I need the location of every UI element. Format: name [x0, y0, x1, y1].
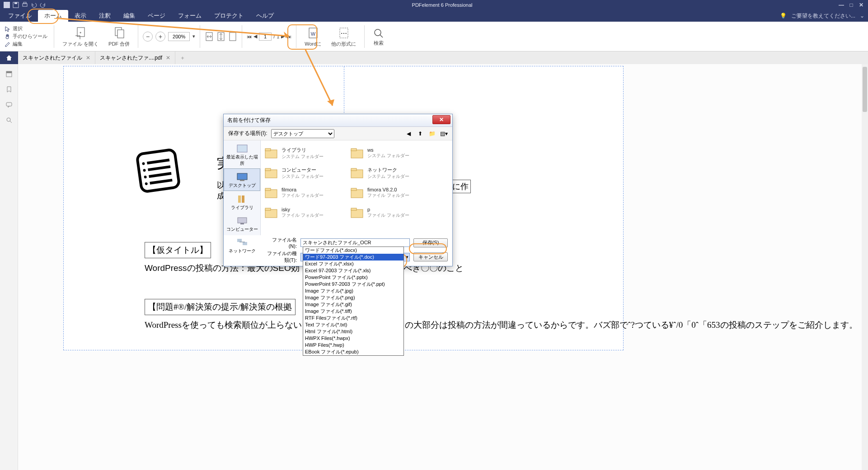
file-item[interactable]: ネットワークシステム フォルダー: [349, 163, 435, 183]
next-page-button[interactable]: ▶: [281, 33, 285, 39]
fit-height-icon[interactable]: [216, 31, 225, 42]
tool-select[interactable]: 選択: [5, 25, 47, 32]
bookmark-icon[interactable]: [5, 86, 13, 93]
svg-rect-41: [237, 239, 242, 242]
save-button[interactable]: 保存(S): [413, 238, 448, 247]
back-icon[interactable]: ◀: [404, 130, 413, 138]
filetype-option[interactable]: Html ファイル(*.html): [303, 328, 404, 335]
save-in-select[interactable]: デスクトップ: [271, 129, 335, 138]
zoom-input[interactable]: [168, 32, 190, 41]
chevron-down-icon[interactable]: ⌄: [860, 13, 864, 19]
print-icon[interactable]: [22, 2, 28, 8]
search-icon[interactable]: [5, 116, 13, 124]
menu-file[interactable]: ファイル: [2, 10, 38, 22]
menu-view[interactable]: 表示: [68, 10, 93, 22]
thumbnails-icon[interactable]: [5, 70, 13, 78]
scrollbar[interactable]: [862, 64, 868, 470]
last-page-button[interactable]: ⏭: [286, 34, 291, 39]
minimize-button[interactable]: —: [837, 2, 845, 8]
filetype-option[interactable]: ワードファイル(*.docx): [303, 247, 404, 254]
filetype-option[interactable]: Image ファイル(*.tiff): [303, 308, 404, 315]
file-item[interactable]: pファイル フォルダー: [349, 203, 435, 223]
maximize-button[interactable]: □: [847, 2, 855, 8]
filetype-option[interactable]: EBook ファイル(*.epub): [303, 349, 404, 355]
to-other-button[interactable]: ⋯ 他の形式に: [328, 26, 360, 47]
svg-point-28: [142, 162, 145, 165]
fit-page-icon[interactable]: [228, 31, 237, 42]
close-icon[interactable]: ✕: [166, 55, 170, 61]
filetype-option[interactable]: Excel ファイル(*.xlsx): [303, 261, 404, 267]
tool-edit[interactable]: 編集: [5, 41, 47, 47]
prev-page-button[interactable]: ◀: [253, 33, 257, 39]
menu-page[interactable]: ページ: [141, 10, 172, 22]
side-panel: [0, 64, 18, 470]
pdf-merge-button[interactable]: PDF 合併: [105, 26, 133, 47]
filetype-option[interactable]: PowerPoint 97-2003 ファイル(*.ppt): [303, 281, 404, 288]
file-item[interactable]: wsシステム フォルダー: [349, 143, 435, 163]
file-item[interactable]: コンピューターシステム フォルダー: [263, 163, 349, 183]
filetype-dropdown[interactable]: ワードファイル(*.docx)ワード97-2003 ファイル(*.doc)Exc…: [303, 247, 404, 356]
filetype-option[interactable]: HWPX Files(*.hwpx): [303, 335, 404, 342]
cancel-button[interactable]: キャンセル: [413, 252, 448, 261]
open-file-button[interactable]: + ファイル を開く: [59, 26, 102, 47]
filetype-option[interactable]: Image ファイル(*.jpg): [303, 288, 404, 294]
search-button[interactable]: 検索: [369, 27, 388, 47]
file-item[interactable]: filmoraファイル フォルダー: [263, 183, 349, 203]
filetype-option[interactable]: HWP Files(*.hwp): [303, 342, 404, 349]
menu-help[interactable]: ヘルプ: [250, 10, 280, 22]
menu-edit[interactable]: 編集: [117, 10, 141, 22]
svg-point-30: [144, 176, 147, 179]
file-list[interactable]: ライブラリシステム フォルダーwsシステム フォルダーコンピューターシステム フ…: [261, 140, 452, 235]
file-item[interactable]: fimora V8.2.0ファイル フォルダー: [349, 183, 435, 203]
tool-hand[interactable]: 手のひらツール: [5, 33, 47, 40]
view-icon[interactable]: ▤▾: [440, 130, 448, 138]
new-tab-button[interactable]: ＋: [175, 54, 190, 62]
doc-para: WordPressを使っても検索順位が上らない、、、だとしたらその理由の大部分は…: [145, 319, 858, 331]
place-computer[interactable]: コンピューター: [224, 213, 260, 234]
menu-home[interactable]: ホーム: [38, 10, 68, 22]
comment-icon[interactable]: [5, 101, 13, 108]
feedback-text[interactable]: ご要望を教えてください...: [791, 12, 855, 20]
place-library[interactable]: ライブラリ: [224, 191, 260, 213]
zoom-in-button[interactable]: +: [155, 32, 165, 42]
filetype-option[interactable]: ワード97-2003 ファイル(*.doc): [303, 254, 404, 261]
place-desktop[interactable]: デスクトップ: [224, 168, 260, 191]
zoom-out-button[interactable]: −: [143, 32, 153, 42]
menu-protect[interactable]: プロテクト: [208, 10, 250, 22]
place-network[interactable]: ネットワーク: [224, 234, 260, 256]
redo-icon[interactable]: [40, 2, 46, 8]
tab-1[interactable]: スキャンされたファイル✕: [18, 51, 95, 64]
dialog-close-button[interactable]: ✕: [432, 115, 450, 124]
file-item[interactable]: iskyファイル フォルダー: [263, 203, 349, 223]
filetype-option[interactable]: RTF Filesファイル(*.rtf): [303, 315, 404, 321]
undo-icon[interactable]: [31, 2, 37, 8]
menu-annotate[interactable]: 注釈: [93, 10, 117, 22]
filetype-option[interactable]: PowerPoint ファイル(*.pptx): [303, 274, 404, 281]
doc-box: 【問題#®/解決策の提示/解決策の根拠: [145, 299, 296, 315]
filename-input[interactable]: [300, 238, 410, 247]
close-button[interactable]: ✕: [857, 2, 865, 8]
fit-width-icon[interactable]: [205, 31, 214, 42]
menu-form[interactable]: フォーム: [172, 10, 208, 22]
tab-2[interactable]: スキャンされたファ....pdf✕: [95, 51, 175, 64]
file-item[interactable]: ライブラリシステム フォルダー: [263, 143, 349, 163]
filetype-option[interactable]: Text ファイル(*.txt): [303, 321, 404, 328]
first-page-button[interactable]: ⏮: [247, 34, 252, 39]
tab-home-icon[interactable]: [0, 51, 18, 64]
new-folder-icon[interactable]: 📁: [428, 130, 436, 138]
chevron-down-icon[interactable]: ▾: [192, 33, 195, 39]
dialog-titlebar[interactable]: 名前を付けて保存 ✕: [224, 114, 452, 127]
save-icon[interactable]: [13, 2, 19, 8]
filetype-option[interactable]: Image ファイル(*.png): [303, 294, 404, 301]
filetype-option[interactable]: Excel 97-2003 ファイル(*.xls): [303, 267, 404, 274]
tabbar: スキャンされたファイル✕ スキャンされたファ....pdf✕ ＋: [0, 51, 868, 64]
svg-rect-11: [230, 33, 236, 41]
svg-text:⋯: ⋯: [341, 30, 347, 37]
page-input[interactable]: [259, 33, 272, 41]
to-word-button[interactable]: W Wordに: [301, 26, 325, 47]
up-icon[interactable]: ⬆: [416, 130, 424, 138]
menubar: ファイル ホーム 表示 注釈 編集 ページ フォーム プロテクト ヘルプ 💡 ご…: [0, 10, 868, 22]
place-recent[interactable]: 最近表示した場所: [224, 140, 260, 168]
close-icon[interactable]: ✕: [86, 55, 90, 61]
filetype-option[interactable]: Image ファイル(*.gif): [303, 301, 404, 308]
